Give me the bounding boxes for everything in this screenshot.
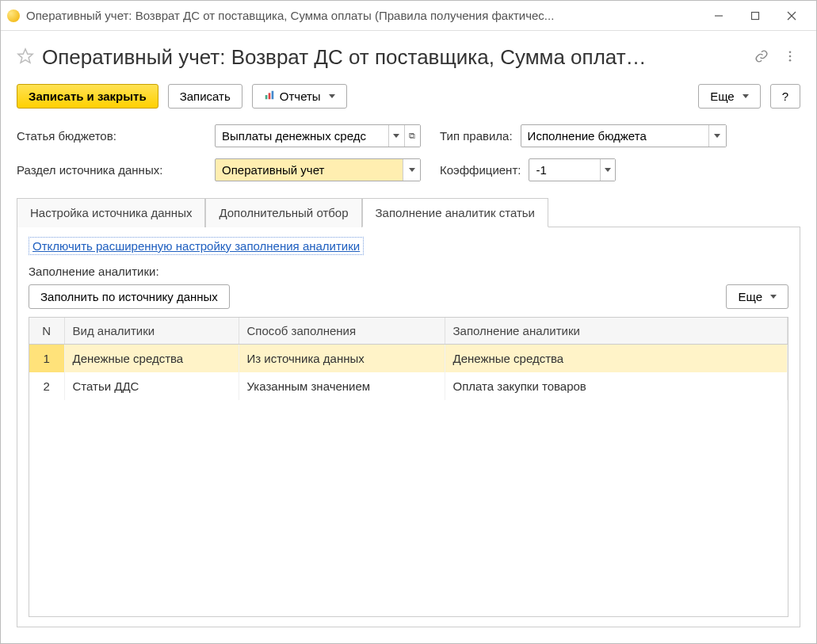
minimize-button[interactable] bbox=[701, 4, 737, 28]
coefficient-label: Коэффициент: bbox=[440, 163, 521, 177]
rule-type-label: Тип правила: bbox=[440, 129, 513, 143]
svg-point-6 bbox=[789, 55, 792, 58]
cell-n: 2 bbox=[29, 372, 64, 400]
source-section-label: Раздел источника данных: bbox=[17, 163, 207, 177]
kebab-menu-icon[interactable] bbox=[780, 46, 800, 69]
maximize-button[interactable] bbox=[737, 4, 773, 28]
cell-method: Указанным значением bbox=[239, 372, 445, 400]
rule-type-input-wrap bbox=[521, 124, 727, 147]
tab-bar: Настройка источника данных Дополнительны… bbox=[17, 197, 800, 227]
fill-by-source-button[interactable]: Заполнить по источнику данных bbox=[29, 284, 230, 309]
page-header: Оперативный учет: Возврат ДС от поставщи… bbox=[17, 45, 800, 70]
main-toolbar: Записать и закрыть Записать Отчеты Еще ? bbox=[17, 84, 800, 109]
close-button[interactable] bbox=[773, 4, 810, 28]
cell-type: Статьи ДДС bbox=[64, 372, 239, 400]
table-header-row: N Вид аналитики Способ заполнения Заполн… bbox=[29, 318, 788, 345]
tab-additional-filter[interactable]: Дополнительный отбор bbox=[205, 198, 361, 227]
source-section-input-wrap bbox=[215, 158, 421, 181]
budget-article-input-wrap bbox=[215, 124, 421, 147]
help-button[interactable]: ? bbox=[770, 84, 800, 109]
panel-more-button[interactable]: Еще bbox=[726, 284, 788, 309]
panel-toolbar: Заполнить по источнику данных Еще bbox=[29, 284, 788, 309]
app-window: Оперативный учет: Возврат ДС от поставщи… bbox=[0, 0, 817, 644]
report-icon bbox=[264, 90, 275, 103]
tab-analytics-fill[interactable]: Заполнение аналитик статьи bbox=[362, 198, 548, 227]
table-row[interactable]: 2 Статьи ДДС Указанным значением Оплата … bbox=[29, 372, 788, 400]
source-section-dropdown-button[interactable] bbox=[403, 159, 420, 181]
page-title: Оперативный учет: Возврат ДС от поставщи… bbox=[42, 45, 743, 70]
save-and-close-button[interactable]: Записать и закрыть bbox=[17, 84, 158, 109]
form-row-1: Статья бюджетов: Тип правила: bbox=[17, 124, 800, 147]
save-button[interactable]: Записать bbox=[168, 84, 242, 109]
svg-rect-9 bbox=[268, 93, 270, 99]
col-analytics-type[interactable]: Вид аналитики bbox=[64, 318, 239, 345]
cell-fill: Оплата закупки товаров bbox=[445, 372, 788, 400]
source-section-input[interactable] bbox=[216, 159, 403, 181]
analytics-table-wrap: N Вид аналитики Способ заполнения Заполн… bbox=[29, 317, 788, 617]
tab-source-config[interactable]: Настройка источника данных bbox=[17, 198, 205, 227]
coefficient-dropdown-button[interactable] bbox=[600, 159, 615, 181]
window-controls bbox=[701, 4, 810, 28]
rule-type-dropdown-button[interactable] bbox=[708, 125, 726, 147]
disable-extended-link[interactable]: Отключить расширенную настройку заполнен… bbox=[29, 237, 364, 255]
tab-panel-analytics: Отключить расширенную настройку заполнен… bbox=[17, 227, 800, 627]
reports-label: Отчеты bbox=[280, 90, 321, 103]
rule-type-input[interactable] bbox=[521, 125, 708, 147]
svg-rect-1 bbox=[752, 12, 759, 19]
content-area: Оперативный учет: Возврат ДС от поставщи… bbox=[1, 31, 816, 643]
svg-marker-4 bbox=[18, 49, 32, 63]
reports-button[interactable]: Отчеты bbox=[252, 84, 347, 109]
more-button[interactable]: Еще bbox=[698, 84, 761, 109]
table-row[interactable]: 1 Денежные средства Из источника данных … bbox=[29, 345, 788, 373]
col-n[interactable]: N bbox=[29, 318, 64, 345]
svg-point-7 bbox=[789, 59, 792, 62]
titlebar: Оперативный учет: Возврат ДС от поставщи… bbox=[1, 1, 816, 31]
link-icon[interactable] bbox=[751, 46, 772, 69]
coefficient-input[interactable] bbox=[529, 159, 600, 181]
analytics-table: N Вид аналитики Способ заполнения Заполн… bbox=[29, 318, 788, 400]
svg-rect-10 bbox=[271, 91, 273, 100]
svg-point-5 bbox=[789, 51, 792, 53]
cell-method: Из источника данных bbox=[239, 345, 445, 373]
window-title: Оперативный учет: Возврат ДС от поставщи… bbox=[26, 9, 701, 22]
svg-rect-8 bbox=[265, 95, 268, 99]
form-row-2: Раздел источника данных: Коэффициент: bbox=[17, 158, 800, 181]
cell-n: 1 bbox=[29, 345, 64, 373]
cell-type: Денежные средства bbox=[64, 345, 239, 373]
fill-analytics-label: Заполнение аналитики: bbox=[29, 265, 788, 278]
coefficient-input-wrap bbox=[529, 158, 616, 181]
budget-article-input[interactable] bbox=[216, 125, 388, 147]
col-analytics-fill[interactable]: Заполнение аналитики bbox=[445, 318, 788, 345]
budget-article-label: Статья бюджетов: bbox=[17, 129, 207, 143]
budget-article-open-button[interactable] bbox=[404, 125, 420, 147]
budget-article-dropdown-button[interactable] bbox=[388, 125, 404, 147]
col-fill-method[interactable]: Способ заполнения bbox=[239, 318, 445, 345]
cell-fill: Денежные средства bbox=[445, 345, 788, 373]
app-icon bbox=[7, 10, 20, 22]
favorite-star-icon[interactable] bbox=[17, 48, 34, 67]
